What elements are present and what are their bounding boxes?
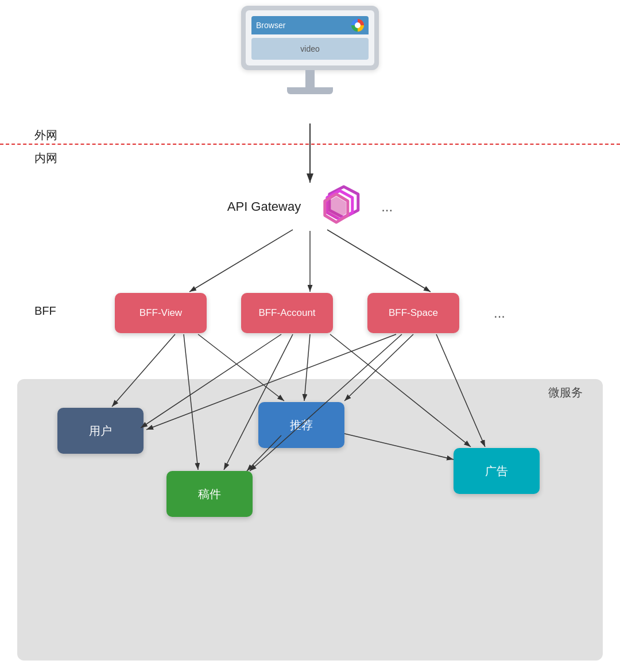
network-divider <box>0 144 620 145</box>
video-box: video <box>251 38 369 60</box>
api-gateway-container: API Gateway ... <box>227 184 393 230</box>
bff-nodes-container: BFF-View BFF-Account BFF-Space ... <box>115 293 505 333</box>
microservices-label: 微服务 <box>548 385 583 400</box>
bff-view-node: BFF-View <box>115 293 207 333</box>
browser-label: Browser <box>256 21 285 30</box>
user-service-node: 用户 <box>57 408 144 454</box>
svg-line-8 <box>327 230 431 292</box>
bff-account-node: BFF-Account <box>241 293 333 333</box>
video-label: video <box>300 44 319 53</box>
monitor-stand-neck <box>305 70 315 87</box>
article-service-node: 稿件 <box>166 471 253 517</box>
monitor: Browser video <box>241 6 379 94</box>
bff-dots: ... <box>494 305 505 321</box>
api-gateway-label: API Gateway <box>227 199 301 214</box>
chrome-icon <box>351 19 364 32</box>
svg-line-6 <box>189 230 293 292</box>
recommend-service-node: 推荐 <box>258 402 344 448</box>
ad-service-node: 广告 <box>454 448 540 494</box>
monitor-screen: Browser video <box>241 6 379 70</box>
monitor-stand-base <box>287 87 333 94</box>
api-gateway-dots: ... <box>381 199 393 215</box>
bff-space-node: BFF-Space <box>367 293 459 333</box>
monitor-display: Browser video <box>246 10 374 65</box>
inner-network-label: 内网 <box>34 150 57 166</box>
bff-label: BFF <box>34 304 56 318</box>
api-gateway-icon <box>312 184 364 230</box>
outer-network-label: 外网 <box>34 128 57 143</box>
browser-bar: Browser <box>251 16 369 34</box>
